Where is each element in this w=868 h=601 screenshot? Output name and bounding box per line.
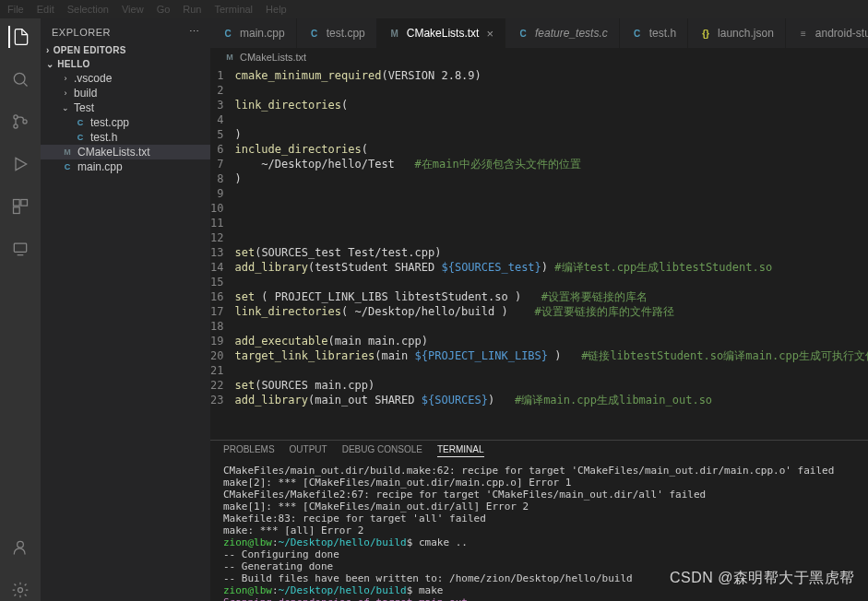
svg-point-2 [14,115,18,119]
tab-label: test.h [649,27,676,40]
tab-feature_tests-c[interactable]: Cfeature_tests.c [505,18,620,48]
close-icon[interactable]: × [486,27,493,41]
tree-item-test-cpp[interactable]: Ctest.cpp [41,115,210,130]
menu-item[interactable]: View [122,4,144,15]
file-icon: C [517,27,529,40]
chevron-icon: › [61,74,70,83]
gear-icon[interactable] [9,579,31,601]
tab-test-h[interactable]: Ctest.h [620,18,688,48]
tab-label: feature_tests.c [535,27,608,40]
code-content[interactable]: cmake_minimum_required(VERSION 2.8.9) li… [234,66,868,440]
file-icon: C [74,116,87,129]
explorer-title: EXPLORER [52,27,111,38]
remote-icon[interactable] [9,238,31,260]
search-icon[interactable] [9,68,31,90]
open-editors-label: OPEN EDITORS [54,45,126,55]
menu-item[interactable]: File [7,4,24,15]
breadcrumb-file: CMakeLists.txt [240,52,306,63]
chevron-icon: ⌄ [61,103,70,112]
tab-main-cpp[interactable]: Cmain.cpp [210,18,297,48]
tree-item-build[interactable]: ›build [41,86,210,100]
bottom-panel: PROBLEMSOUTPUTDEBUG CONSOLETERMINAL CMak… [210,440,868,601]
tree-label: .vscode [74,72,112,85]
tab-label: main.cpp [240,27,285,40]
tree-label: main.cpp [77,160,123,173]
tree-label: test.cpp [90,116,129,129]
file-icon: C [61,160,74,173]
svg-rect-6 [14,200,20,206]
tab-CMakeLists-txt[interactable]: MCMakeLists.txt× [377,18,505,48]
file-icon: C [308,27,321,40]
file-icon: ≡ [797,27,810,40]
folder-root-label: HELLO [57,59,89,69]
file-icon: {} [699,27,712,40]
files-icon[interactable] [8,26,30,48]
tree-item-CMakeLists-txt[interactable]: MCMakeLists.txt [41,145,210,159]
menu-item[interactable]: Help [266,4,287,15]
svg-rect-8 [14,207,20,214]
menu-item[interactable]: Edit [37,4,54,15]
explorer-sidebar: EXPLORER ⋯ ›OPEN EDITORS ⌄HELLO ›.vscode… [41,18,210,601]
line-gutter: 1 2 3 4 5 6 7 8 9 10 11 12 13 14 15 16 1… [210,66,234,440]
svg-point-12 [18,588,23,593]
svg-point-3 [14,124,18,128]
tree-item-test-h[interactable]: Ctest.h [41,130,210,145]
menubar: File Edit Selection View Go Run Terminal… [0,0,868,18]
svg-marker-5 [16,158,27,170]
tab-label: CMakeLists.txt [407,27,480,40]
tree-label: build [74,87,97,100]
account-icon[interactable] [9,536,31,559]
tab-launch-json[interactable]: {}launch.json [688,18,786,48]
panel-tab-terminal[interactable]: TERMINAL [437,444,484,457]
more-icon[interactable]: ⋯ [189,26,200,38]
menu-item[interactable]: Run [183,4,201,15]
svg-point-11 [18,541,24,548]
extensions-icon[interactable] [9,195,31,218]
run-icon[interactable] [9,153,31,175]
svg-rect-9 [14,243,26,252]
breadcrumb[interactable]: M CMakeLists.txt [210,48,868,66]
file-icon: C [221,27,234,40]
tree-label: CMakeLists.txt [77,146,150,159]
code-editor[interactable]: 1 2 3 4 5 6 7 8 9 10 11 12 13 14 15 16 1… [210,66,868,440]
tree-item--vscode[interactable]: ›.vscode [41,71,210,86]
file-icon: M [61,146,74,159]
source-control-icon[interactable] [9,111,31,133]
svg-rect-7 [21,200,28,206]
menu-item[interactable]: Selection [67,4,109,15]
menu-item[interactable]: Go [157,4,171,15]
tab-label: launch.json [718,27,774,40]
tree-item-main-cpp[interactable]: Cmain.cpp [41,159,210,174]
activity-bar [0,18,41,601]
menu-item[interactable]: Terminal [215,4,254,15]
terminal-output[interactable]: CMakeFiles/main_out.dir/build.make:62: r… [210,461,868,601]
tab-label: android-studio.sh [815,27,868,40]
editor-tabs: Cmain.cppCtest.cppMCMakeLists.txt×Cfeatu… [210,18,868,48]
tree-label: test.h [90,131,117,144]
file-icon: C [74,131,87,144]
svg-point-4 [23,120,27,124]
svg-point-0 [14,73,25,84]
panel-tabs: PROBLEMSOUTPUTDEBUG CONSOLETERMINAL [210,441,868,461]
tab-label: test.cpp [327,27,365,40]
folder-root-header[interactable]: ⌄HELLO [41,57,210,71]
tab-test-cpp[interactable]: Ctest.cpp [297,18,377,48]
file-icon: M [388,27,401,40]
open-editors-header[interactable]: ›OPEN EDITORS [41,43,210,57]
tab-android-studio-sh[interactable]: ≡android-studio.sh [786,18,868,48]
chevron-icon: › [61,88,70,98]
cmake-file-icon: M [223,51,236,64]
svg-line-1 [23,82,27,86]
panel-tab-output[interactable]: OUTPUT [290,444,327,457]
panel-tab-problems[interactable]: PROBLEMS [223,444,275,457]
tree-item-Test[interactable]: ⌄Test [41,100,210,115]
file-icon: C [631,27,644,40]
tree-label: Test [74,101,94,114]
panel-tab-debug-console[interactable]: DEBUG CONSOLE [342,444,422,457]
